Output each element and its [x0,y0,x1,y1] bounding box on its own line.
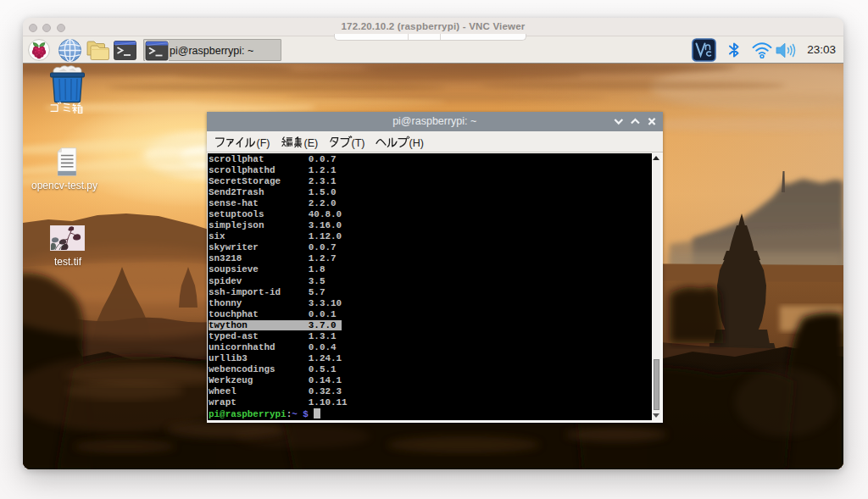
svg-text:(E): (E) [304,137,319,149]
svg-text:(H): (H) [409,137,424,149]
svg-text:(T): (T) [352,137,365,149]
svg-text:(F): (F) [257,137,270,149]
